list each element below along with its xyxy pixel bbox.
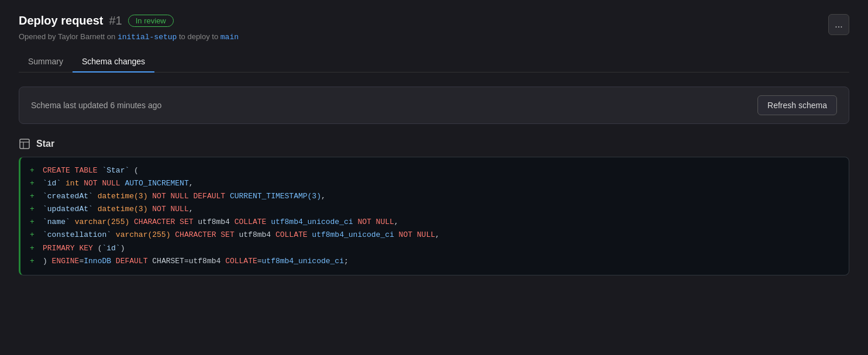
table-icon — [19, 138, 30, 150]
page-header: Deploy request #1 In review Opened by Ta… — [19, 14, 849, 42]
code-text: `createdAt` datetime(3) NOT NULL DEFAULT… — [43, 190, 326, 203]
schema-last-updated-text: Schema last updated 6 minutes ago — [31, 101, 161, 110]
author-name: Taylor Barnett — [58, 32, 107, 41]
code-line-8: + ) ENGINE=InnoDB DEFAULT CHARSET=utf8mb… — [30, 255, 839, 268]
plus-icon: + — [30, 255, 38, 268]
status-badge: In review — [128, 15, 174, 27]
code-line-2: + `id` int NOT NULL AUTO_INCREMENT, — [30, 177, 839, 190]
code-block: + CREATE TABLE `Star` ( + `id` int NOT N… — [19, 157, 849, 275]
code-text: ) ENGINE=InnoDB DEFAULT CHARSET=utf8mb4 … — [43, 255, 349, 268]
code-text: PRIMARY KEY (`id`) — [43, 242, 125, 255]
pr-number: #1 — [109, 14, 122, 27]
to-deploy-text: to deploy to — [179, 32, 221, 41]
code-line-4: + `updatedAt` datetime(3) NOT NULL, — [30, 203, 839, 216]
code-line-5: + `name` varchar(255) CHARACTER SET utf8… — [30, 216, 839, 229]
code-text: CREATE TABLE `Star` ( — [43, 164, 139, 177]
code-line-7: + PRIMARY KEY (`id`) — [30, 242, 839, 255]
tabs-container: Summary Schema changes — [19, 51, 849, 73]
code-line-3: + `createdAt` datetime(3) NOT NULL DEFAU… — [30, 190, 839, 203]
plus-icon: + — [30, 203, 38, 216]
table-section: Star + CREATE TABLE `Star` ( + `id` int … — [19, 138, 849, 275]
code-text: `constellation` varchar(255) CHARACTER S… — [43, 229, 440, 242]
more-options-button[interactable]: ... — [828, 14, 849, 35]
code-line-1: + CREATE TABLE `Star` ( — [30, 164, 839, 177]
plus-icon: + — [30, 164, 38, 177]
header-left: Deploy request #1 In review Opened by Ta… — [19, 14, 239, 42]
code-text: `id` int NOT NULL AUTO_INCREMENT, — [43, 177, 194, 190]
code-text: `name` varchar(255) CHARACTER SET utf8mb… — [43, 216, 399, 229]
plus-icon: + — [30, 216, 38, 229]
table-header: Star — [19, 138, 849, 150]
branch-link[interactable]: initial-setup — [118, 33, 177, 42]
target-branch-link[interactable]: main — [221, 33, 239, 42]
plus-icon: + — [30, 177, 38, 190]
plus-icon: + — [30, 229, 38, 242]
table-name: Star — [36, 139, 54, 149]
page-title: Deploy request — [19, 14, 103, 27]
svg-rect-0 — [20, 139, 29, 149]
opened-by-text: Opened by — [19, 32, 56, 41]
on-text: on — [107, 32, 115, 41]
code-content: + CREATE TABLE `Star` ( + `id` int NOT N… — [20, 157, 849, 275]
subtitle: Opened by Taylor Barnett on initial-setu… — [19, 32, 239, 42]
plus-icon: + — [30, 190, 38, 203]
main-content: Schema last updated 6 minutes ago Refres… — [19, 73, 849, 275]
code-text: `updatedAt` datetime(3) NOT NULL, — [43, 203, 194, 216]
refresh-schema-button[interactable]: Refresh schema — [757, 95, 837, 115]
code-line-6: + `constellation` varchar(255) CHARACTER… — [30, 229, 839, 242]
title-row: Deploy request #1 In review — [19, 14, 239, 27]
plus-icon: + — [30, 242, 38, 255]
schema-refresh-bar: Schema last updated 6 minutes ago Refres… — [19, 87, 849, 124]
tab-schema-changes[interactable]: Schema changes — [73, 51, 154, 72]
tab-summary[interactable]: Summary — [19, 51, 73, 72]
